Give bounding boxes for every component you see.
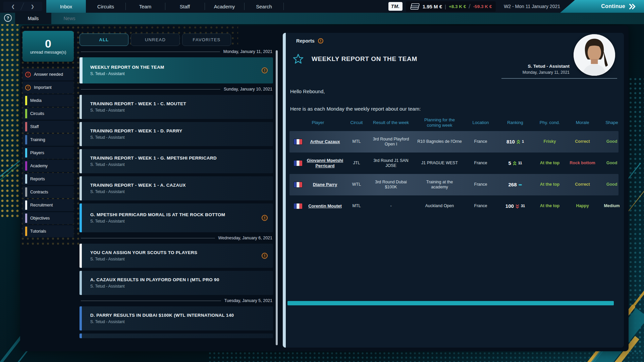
mail-item-sender: S. Tetud - Assistant — [90, 71, 164, 76]
mail-item[interactable]: YOU CAN ASSIGN YOUR SCOUTS TO PLAYERSS. … — [79, 244, 273, 268]
mail-item[interactable]: TRAINING REPORT - WEEK 1 - G. MPETSHI PE… — [79, 149, 273, 173]
mail-item[interactable]: TRAINING REPORT - WEEK 1 - D. PARRYS. Te… — [79, 122, 273, 146]
mail-color-bar — [79, 203, 82, 232]
sidebar-item-label: Media — [30, 98, 42, 103]
trend-down-icon — [515, 204, 520, 209]
mail-item[interactable]: TRAINING REPORT - WEEK 1 - C. MOUTETS. T… — [79, 95, 273, 119]
player-name-link[interactable]: Arthur Cazaux — [306, 139, 344, 144]
mail-date-divider: Monday, January 11, 2021 — [81, 49, 272, 54]
cell-ranking: 268 — [497, 180, 533, 189]
mail-item-title: YOU CAN ASSIGN YOUR SCOUTS TO PLAYERS — [90, 250, 197, 255]
sidebar-item-staff[interactable]: Staff — [22, 121, 74, 133]
history-buttons: ❮ ❯ — [3, 2, 42, 11]
mail-tab-unread[interactable]: UNREAD — [131, 34, 180, 46]
player-cell: Arthur Cazaux — [289, 137, 346, 146]
sidebar-item-training[interactable]: Training — [22, 134, 74, 146]
ranking-delta: 31 — [521, 204, 525, 208]
mail-item-title: WEEKLY REPORT ON THE TEAM — [90, 65, 164, 70]
mail-sidebar: 0 unread message(s) !Answer needed!Impor… — [22, 31, 74, 237]
cell-morale: Happy — [567, 202, 598, 210]
player-name-link[interactable]: Corentin Moutet — [306, 203, 344, 209]
category-color-bar — [25, 214, 27, 223]
mail-tab-favorites[interactable]: FAVORITES — [182, 34, 231, 46]
help-icon[interactable]: ? — [4, 14, 12, 22]
table-header-row: PlayerCircuitResult of the weekPlanning … — [289, 117, 619, 128]
mail-item-title: D. PARRY RESULTS IN DUBAI $100K (WTL INT… — [90, 313, 234, 318]
cell-ranking: 10031 — [497, 202, 533, 211]
cell-location: France — [464, 181, 497, 189]
nav-tab-inbox[interactable]: Inbox — [46, 0, 86, 13]
cell-phy: At the top — [533, 181, 567, 189]
nav-tab-team[interactable]: Team — [125, 0, 165, 13]
cell-result: 3rd Round Playford Open I — [367, 135, 415, 148]
mail-tab-all[interactable]: ALL — [79, 34, 128, 46]
mail-item[interactable]: A. CAZAUX RESULTS IN PLAYFORD OPEN I (MT… — [79, 271, 273, 295]
sidebar-item-circuits[interactable]: Circuits — [22, 108, 74, 120]
sidebar-item-important[interactable]: !Important — [22, 81, 74, 94]
mail-list-scrollbar[interactable] — [276, 50, 278, 345]
france-flag-icon — [293, 139, 303, 145]
sidebar-item-label: Tutorials — [30, 229, 46, 234]
category-color-bar — [25, 174, 27, 184]
nav-tab-circuits[interactable]: Circuits — [86, 0, 125, 13]
tab-news[interactable]: News — [51, 13, 88, 24]
mail-alert-icon: ! — [262, 253, 268, 259]
back-button[interactable]: ❮ — [5, 4, 21, 9]
mail-alert-icon: ! — [262, 215, 268, 221]
finance-summary: 1.95 M € | +8.3 K € / -59.3 K € — [406, 1, 496, 12]
money-icon — [410, 3, 420, 10]
sidebar-item-contracts[interactable]: Contracts — [22, 186, 74, 198]
mail-item[interactable]: WEEKLY REPORT ON THE TEAMS. Tetud - Assi… — [79, 57, 273, 83]
cell-result: 3rd Round J1 SAN JOSE — [367, 157, 415, 170]
forward-button[interactable]: ❯ — [24, 4, 41, 9]
player-name-link[interactable]: Diane Parry — [306, 182, 344, 187]
report-greeting: Hello Rebound, — [290, 88, 325, 94]
mail-item-sender: S. Tetud - Assistant — [90, 189, 186, 194]
alert-icon: ! — [262, 215, 268, 221]
mail-item-sender: S. Tetud - Assistant — [90, 162, 217, 167]
mail-color-bar — [79, 306, 82, 330]
column-header-shape: Shape — [598, 120, 625, 125]
continue-button[interactable]: Continue — [560, 0, 644, 13]
sidebar-item-reports[interactable]: Reports — [22, 173, 74, 185]
divider-date: Tuesday, January 5, 2021 — [224, 298, 272, 303]
favorite-star-icon[interactable] — [292, 53, 304, 65]
sidebar-item-tutorials[interactable]: Tutorials — [22, 225, 74, 237]
cell-circuit: MTL — [346, 138, 367, 146]
player-report-row: Corentin MoutetMTL-Auckland OpenFrance10… — [289, 195, 619, 217]
ranking-delta: 1 — [522, 139, 524, 144]
nav-tab-academy[interactable]: Academy — [205, 0, 244, 13]
sidebar-item-players[interactable]: Players — [22, 147, 74, 159]
cell-shape: Good — [598, 138, 625, 146]
divider-line — [81, 238, 215, 238]
ranking-delta: 11 — [518, 161, 522, 166]
finance-divider: | — [445, 4, 446, 9]
mail-color-bar — [79, 57, 83, 83]
mail-item-partial[interactable] — [79, 334, 273, 338]
sidebar-item-media[interactable]: Media — [22, 95, 74, 107]
divider-line — [81, 52, 220, 52]
mail-color-bar — [79, 244, 82, 268]
nav-tab-staff[interactable]: Staff — [165, 0, 205, 13]
alert-icon: ! — [262, 253, 268, 259]
player-name-link[interactable]: Giovanni Mpetshi Perricard — [306, 158, 344, 169]
sidebar-item-academy[interactable]: Academy — [22, 160, 74, 172]
category-color-bar — [25, 96, 27, 105]
mail-item[interactable]: G. MPETSHI PERRICARD MORAL IS AT THE ROC… — [79, 203, 273, 232]
mail-item-title: G. MPETSHI PERRICARD MORAL IS AT THE ROC… — [90, 212, 225, 217]
sidebar-item-label: Circuits — [30, 111, 44, 116]
mail-item-title: A. CAZAUX RESULTS IN PLAYFORD OPEN I (MT… — [90, 277, 219, 282]
sidebar-item-answer-needed[interactable]: !Answer needed — [22, 68, 74, 80]
mail-item-body: G. MPETSHI PERRICARD MORAL IS AT THE ROC… — [79, 212, 240, 224]
nav-tab-search[interactable]: Search — [244, 0, 284, 13]
category-color-bar — [25, 109, 27, 118]
player-report-row: Diane ParryWTL3rd Round Dubai $100KTrain… — [289, 174, 619, 195]
cell-phy: At the top — [533, 159, 567, 167]
mail-item-body: A. CAZAUX RESULTS IN PLAYFORD OPEN I (MT… — [79, 277, 235, 289]
mail-news-tabs: MailsNews — [15, 13, 88, 24]
sidebar-item-objectives[interactable]: Objectives — [22, 212, 74, 224]
mail-item[interactable]: TRAINING REPORT - WEEK 1 - A. CAZAUXS. T… — [79, 176, 273, 200]
sidebar-item-recruitment[interactable]: Recruitment — [22, 199, 74, 211]
tab-mails[interactable]: Mails — [15, 13, 51, 24]
mail-item[interactable]: D. PARRY RESULTS IN DUBAI $100K (WTL INT… — [79, 306, 273, 330]
